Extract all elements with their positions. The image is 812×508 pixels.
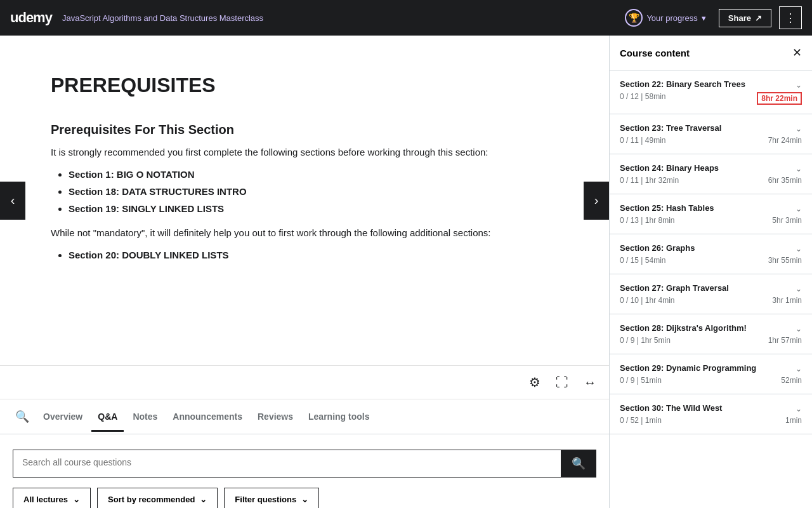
search-input-wrap — [13, 450, 561, 478]
required-sections-list: Section 1: BIG O NOTATION Section 18: DA… — [51, 169, 558, 214]
sort-chevron: ⌄ — [200, 495, 207, 504]
section-item-header: Section 24: Binary Heaps ⌄ — [620, 163, 802, 173]
section-item-header: Section 23: Tree Traversal ⌄ — [620, 123, 802, 133]
section-title: Section 29: Dynamic Programming — [620, 363, 790, 373]
section-progress: 0 / 9 | 1hr 5min — [620, 336, 671, 345]
section-item[interactable]: Section 25: Hash Tables ⌄ 0 / 13 | 1hr 8… — [610, 194, 812, 234]
section-item[interactable]: Section 22: Binary Search Trees ⌄ 0 / 12… — [610, 70, 812, 114]
more-button[interactable]: ⋮ — [779, 6, 802, 29]
slide-controls: ⚙ ⛶ ↔ — [0, 366, 609, 399]
fullscreen-icon-btn[interactable]: ⛶ — [553, 372, 571, 392]
list-item: Section 19: SINGLY LINKED LISTS — [69, 203, 558, 214]
section-item[interactable]: Section 27: Graph Traversal ⌄ 0 / 10 | 1… — [610, 274, 812, 314]
expand-icon-btn[interactable]: ↔ — [581, 372, 599, 392]
sort-by-recommended-button[interactable]: Sort by recommended ⌄ — [97, 488, 218, 508]
slide-title: PREREQUISITES — [51, 74, 558, 97]
section-meta: 0 / 9 | 1hr 5min 1hr 57min — [620, 336, 802, 345]
tab-reviews[interactable]: Reviews — [251, 401, 299, 432]
all-lectures-label: All lectures — [23, 495, 68, 504]
section-title: Section 26: Graphs — [620, 243, 790, 253]
section-title: Section 25: Hash Tables — [620, 203, 790, 213]
progress-icon: 🏆 — [625, 9, 643, 27]
chevron-icon: ⌄ — [796, 364, 802, 373]
section-duration: 3hr 1min — [772, 296, 802, 305]
share-button[interactable]: Share ↗ — [719, 9, 771, 27]
slide-subtitle: Prerequisites For This Section — [51, 123, 558, 137]
qa-section: 🔍 All lectures ⌄ Sort by recommended ⌄ F… — [0, 434, 609, 508]
slide-intro: It is strongly recommended you first com… — [51, 145, 558, 160]
close-sidebar-button[interactable]: ✕ — [792, 46, 802, 60]
section-duration: 7hr 24min — [768, 136, 802, 145]
search-button[interactable]: 🔍 — [561, 450, 596, 478]
tab-qa[interactable]: Q&A — [91, 401, 124, 432]
filter-questions-label: Filter questions — [235, 495, 296, 504]
all-lectures-button[interactable]: All lectures ⌄ — [13, 488, 91, 508]
sidebar-title: Course content — [620, 48, 690, 58]
chevron-icon: ⌄ — [796, 324, 802, 333]
progress-button[interactable]: 🏆 Your progress ▾ — [620, 5, 710, 30]
chevron-icon: ⌄ — [796, 81, 802, 90]
progress-chevron: ▾ — [702, 13, 706, 23]
chevron-icon: ⌄ — [796, 124, 802, 133]
section-title: Section 27: Graph Traversal — [620, 283, 790, 293]
section-item[interactable]: Section 23: Tree Traversal ⌄ 0 / 11 | 49… — [610, 114, 812, 154]
search-tab-icon[interactable]: 🔍 — [10, 399, 34, 434]
section-item[interactable]: Section 30: The Wild West ⌄ 0 / 52 | 1mi… — [610, 394, 812, 434]
section-duration: 5hr 3min — [772, 216, 802, 225]
slide-area: ‹ › PREREQUISITES Prerequisites For This… — [0, 36, 609, 366]
section-title: Section 22: Binary Search Trees — [620, 79, 790, 89]
next-button[interactable]: › — [584, 182, 609, 220]
course-title: JavaScript Algorithms and Data Structure… — [62, 13, 610, 23]
list-item: Section 18: DATA STRUCTURES INTRO — [69, 186, 558, 197]
section-item-header: Section 27: Graph Traversal ⌄ — [620, 283, 802, 293]
tab-notes[interactable]: Notes — [126, 401, 164, 432]
section-meta: 0 / 11 | 1hr 32min 6hr 35min — [620, 176, 802, 185]
section-title: Section 24: Binary Heaps — [620, 163, 790, 173]
section-meta: 0 / 9 | 51min 52min — [620, 376, 802, 385]
section-item-header: Section 22: Binary Search Trees ⌄ — [620, 79, 802, 90]
settings-icon-btn[interactable]: ⚙ — [527, 372, 543, 392]
chevron-icon: ⌄ — [796, 204, 802, 213]
main-layout: ‹ › PREREQUISITES Prerequisites For This… — [0, 36, 812, 508]
share-icon: ↗ — [755, 13, 762, 23]
section-progress: 0 / 13 | 1hr 8min — [620, 216, 675, 225]
more-icon: ⋮ — [785, 11, 796, 25]
tab-learning-tools[interactable]: Learning tools — [302, 401, 376, 432]
chevron-icon: ⌄ — [796, 404, 802, 413]
list-item: Section 20: DOUBLY LINKED LISTS — [69, 250, 558, 260]
filter-questions-button[interactable]: Filter questions ⌄ — [224, 488, 319, 508]
prev-button[interactable]: ‹ — [0, 182, 25, 220]
sort-label: Sort by recommended — [108, 495, 195, 504]
section-title: Section 28: Dijkstra's Algorithm! — [620, 323, 790, 333]
section-item[interactable]: Section 28: Dijkstra's Algorithm! ⌄ 0 / … — [610, 314, 812, 354]
share-label: Share — [728, 13, 751, 23]
progress-label: Your progress — [646, 13, 697, 23]
section-progress: 0 / 15 | 54min — [620, 256, 666, 265]
tabs-bar: 🔍 Overview Q&A Notes Announcements Revie… — [0, 399, 609, 434]
header: udemy JavaScript Algorithms and Data Str… — [0, 0, 812, 36]
search-input[interactable] — [22, 457, 552, 467]
section-meta: 0 / 13 | 1hr 8min 5hr 3min — [620, 216, 802, 225]
section-duration: 1min — [785, 416, 802, 425]
tab-overview[interactable]: Overview — [37, 401, 89, 432]
all-lectures-chevron: ⌄ — [73, 495, 80, 504]
section-item[interactable]: Section 29: Dynamic Programming ⌄ 0 / 9 … — [610, 354, 812, 394]
section-duration-highlight: 8hr 22min — [757, 92, 802, 105]
section-progress: 0 / 52 | 1min — [620, 416, 662, 425]
section-duration: 1hr 57min — [768, 336, 802, 345]
chevron-icon: ⌄ — [796, 284, 802, 293]
section-meta: 0 / 11 | 49min 7hr 24min — [620, 136, 802, 145]
search-button-icon: 🔍 — [572, 457, 586, 470]
close-icon: ✕ — [792, 46, 802, 59]
tab-announcements[interactable]: Announcements — [166, 401, 249, 432]
section-meta: 0 / 10 | 1hr 4min 3hr 1min — [620, 296, 802, 305]
section-item-header: Section 26: Graphs ⌄ — [620, 243, 802, 253]
section-item[interactable]: Section 24: Binary Heaps ⌄ 0 / 11 | 1hr … — [610, 154, 812, 194]
section-meta: 0 / 52 | 1min 1min — [620, 416, 802, 425]
section-duration: 52min — [781, 376, 802, 385]
sidebar-header: Course content ✕ — [610, 36, 812, 70]
section-duration: 6hr 35min — [768, 176, 802, 185]
section-item[interactable]: Section 26: Graphs ⌄ 0 / 15 | 54min 3hr … — [610, 234, 812, 274]
header-right: 🏆 Your progress ▾ Share ↗ ⋮ — [620, 5, 802, 30]
section-item-header: Section 25: Hash Tables ⌄ — [620, 203, 802, 213]
